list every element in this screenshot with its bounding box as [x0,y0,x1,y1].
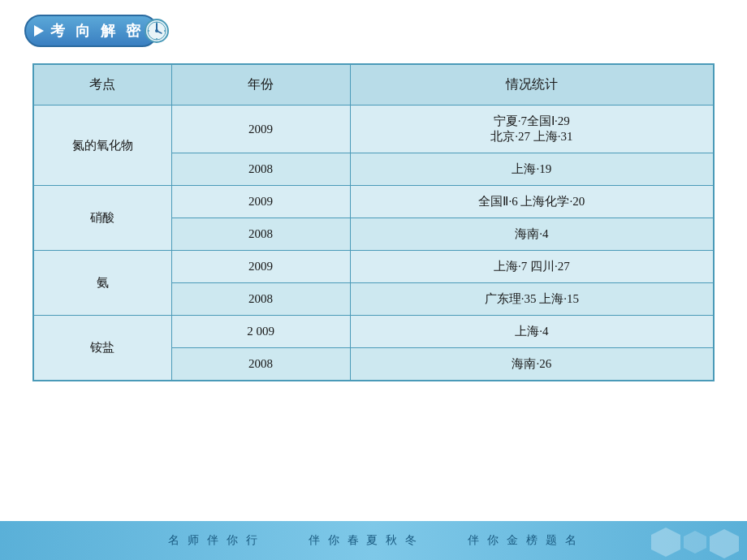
hex-icon-3 [710,529,739,558]
stats-cell: 海南·4 [350,218,714,251]
footer-text-3: 伴 你 金 榜 题 名 [468,533,578,548]
stats-cell: 上海·19 [350,153,714,186]
year-cell: 2 009 [171,316,350,348]
year-cell: 2009 [171,106,350,153]
header-stats: 情况统计 [350,64,714,106]
subject-ammonium-salt: 铵盐 [33,316,171,381]
hex-icon-1 [651,528,680,557]
subject-nitric-acid: 硝酸 [33,186,171,251]
clock-icon [144,18,170,44]
subject-nitrogen-oxide: 氮的氧化物 [33,106,171,186]
stats-cell: 广东理·35 上海·15 [350,283,714,316]
arrow-icon [34,25,44,37]
exam-table: 考点 年份 情况统计 氮的氧化物 2009 宁夏·7全国Ⅰ·29北京·27 上海… [32,63,715,381]
main-content: 考点 年份 情况统计 氮的氧化物 2009 宁夏·7全国Ⅰ·29北京·27 上海… [0,55,747,390]
stats-cell: 全国Ⅱ·6 上海化学·20 [350,186,714,218]
header-year: 年份 [171,64,350,106]
hex-icon-2 [684,531,706,554]
table-row: 铵盐 2 009 上海·4 [33,316,714,348]
year-cell: 2009 [171,186,350,218]
table-row: 硝酸 2009 全国Ⅱ·6 上海化学·20 [33,186,714,218]
stats-cell: 上海·4 [350,316,714,348]
table-row: 氮的氧化物 2009 宁夏·7全国Ⅰ·29北京·27 上海·31 [33,106,714,153]
year-cell: 2008 [171,153,350,186]
stats-cell: 上海·7 四川·27 [350,251,714,283]
svg-point-4 [155,29,158,32]
footer: 名 师 伴 你 行 伴 你 春 夏 秋 冬 伴 你 金 榜 题 名 [0,521,747,560]
year-cell: 2008 [171,218,350,251]
table-row: 氨 2009 上海·7 四川·27 [33,251,714,283]
section-badge: 考 向 解 密 [24,15,158,47]
table-header-row: 考点 年份 情况统计 [33,64,714,106]
year-cell: 2008 [171,348,350,381]
footer-text-2: 伴 你 春 夏 秋 冬 [309,533,419,548]
header: 考 向 解 密 [0,0,747,55]
stats-cell: 宁夏·7全国Ⅰ·29北京·27 上海·31 [350,106,714,153]
year-cell: 2008 [171,283,350,316]
section-title: 考 向 解 密 [50,21,144,41]
header-subject: 考点 [33,64,171,106]
footer-decoration [651,528,739,558]
stats-cell: 海南·26 [350,348,714,381]
subject-ammonia: 氨 [33,251,171,316]
year-cell: 2009 [171,251,350,283]
footer-text-1: 名 师 伴 你 行 [168,533,260,548]
